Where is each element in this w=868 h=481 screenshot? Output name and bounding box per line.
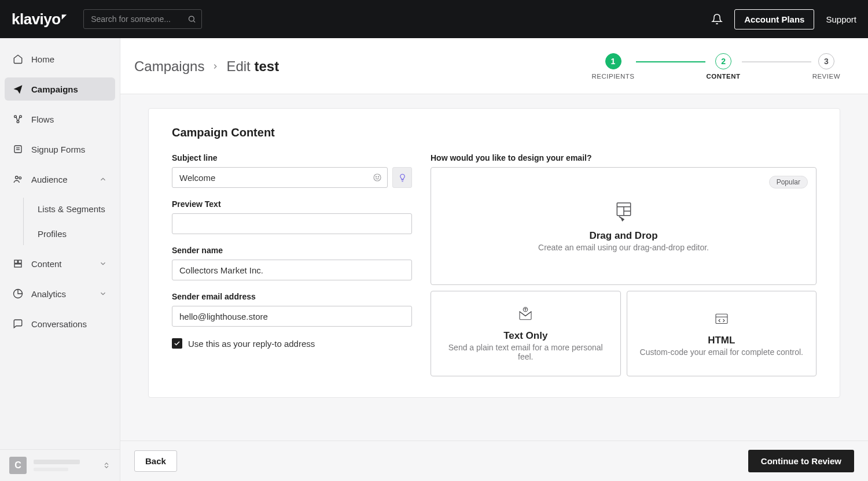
step-review[interactable]: 3 REVIEW — [812, 53, 840, 80]
search-input[interactable] — [83, 9, 202, 29]
support-link[interactable]: Support — [826, 14, 856, 24]
sender-email-field: Sender email address — [172, 292, 412, 327]
content-icon — [13, 258, 23, 269]
account-info-placeholder — [34, 460, 95, 471]
avatar: C — [9, 457, 27, 474]
subject-line-input[interactable] — [172, 167, 388, 188]
sidebar-item-analytics[interactable]: Analytics — [5, 282, 115, 305]
step-recipients[interactable]: 1 RECIPIENTS — [592, 53, 635, 80]
sidebar-item-label: Content — [31, 259, 62, 269]
sidebar-item-label: Analytics — [31, 289, 66, 299]
svg-point-13 — [374, 174, 381, 181]
chevron-right-icon — [211, 62, 219, 71]
suggestions-button[interactable] — [392, 167, 412, 188]
flows-icon — [13, 114, 23, 124]
updown-icon — [102, 460, 111, 471]
content-area: Campaign Content Subject line — [120, 94, 868, 481]
svg-rect-11 — [19, 260, 21, 263]
sidebar-item-signup-forms[interactable]: Signup Forms — [5, 138, 115, 161]
sidebar-item-audience[interactable]: Audience — [5, 168, 115, 191]
emoji-icon[interactable] — [373, 173, 382, 182]
subject-line-label: Subject line — [172, 153, 412, 162]
continue-button[interactable]: Continue to Review — [748, 450, 854, 472]
svg-rect-10 — [14, 260, 17, 263]
option-desc: Custom-code your email for complete cont… — [640, 347, 803, 357]
campaign-content-card: Campaign Content Subject line — [148, 108, 840, 398]
step-number: 2 — [715, 53, 731, 69]
svg-rect-5 — [14, 146, 21, 153]
step-content[interactable]: 2 CONTENT — [707, 53, 741, 80]
reply-to-checkbox[interactable] — [172, 338, 182, 349]
send-icon — [13, 84, 23, 94]
chevron-up-icon — [99, 175, 107, 183]
reply-to-label: Use this as your reply-to address — [188, 339, 315, 349]
breadcrumb-root[interactable]: Campaigns — [134, 58, 204, 75]
popular-badge: Popular — [769, 176, 808, 188]
sidebar-item-conversations[interactable]: Conversations — [5, 312, 115, 335]
sidebar-item-label: Flows — [31, 114, 54, 124]
logo[interactable]: klaviyo◤ — [12, 10, 66, 28]
sidebar-subitem-profiles[interactable]: Profiles — [24, 223, 115, 245]
sidebar: Home Campaigns Flows Signup Forms — [0, 38, 120, 481]
svg-point-0 — [189, 16, 194, 21]
sidebar-item-label: Audience — [31, 175, 68, 184]
option-desc: Send a plain text email for a more perso… — [443, 343, 609, 361]
option-title: HTML — [708, 335, 735, 346]
sender-email-label: Sender email address — [172, 292, 412, 301]
step-number: 1 — [605, 53, 621, 69]
sidebar-subitem-lists-segments[interactable]: Lists & Segments — [24, 198, 115, 220]
sidebar-item-flows[interactable]: Flows — [5, 108, 115, 131]
form-icon — [13, 144, 23, 154]
card-title: Campaign Content — [172, 126, 816, 139]
topbar: klaviyo◤ Account Plans Support — [0, 0, 868, 38]
chevron-down-icon — [99, 290, 107, 298]
sidebar-item-content[interactable]: Content — [5, 252, 115, 275]
design-option-drag-drop[interactable]: Popular Drag and Drop — [431, 167, 816, 285]
home-icon — [13, 54, 23, 64]
breadcrumb: Campaigns Edit test — [134, 58, 279, 75]
sender-name-label: Sender name — [172, 246, 412, 255]
sidebar-item-label: Conversations — [31, 319, 87, 329]
step-connector — [742, 61, 811, 62]
page-header: Campaigns Edit test 1 RECIPIENTS 2 CONTE… — [120, 38, 868, 94]
sender-name-input[interactable] — [172, 260, 412, 280]
sidebar-account[interactable]: C — [0, 449, 120, 481]
sidebar-item-label: Home — [31, 54, 54, 64]
chat-icon — [13, 319, 23, 329]
stepper: 1 RECIPIENTS 2 CONTENT 3 REVIEW — [592, 53, 840, 80]
sidebar-item-home[interactable]: Home — [5, 47, 115, 71]
step-label: REVIEW — [812, 73, 840, 80]
preview-text-input[interactable] — [172, 213, 412, 234]
sender-email-input[interactable] — [172, 306, 412, 327]
sidebar-item-label: Campaigns — [31, 84, 78, 94]
step-connector — [636, 61, 705, 62]
svg-point-14 — [376, 176, 376, 177]
step-label: CONTENT — [707, 73, 741, 80]
svg-point-9 — [19, 177, 21, 179]
global-search — [83, 9, 202, 29]
reply-to-checkbox-row[interactable]: Use this as your reply-to address — [172, 338, 412, 349]
notifications-icon[interactable] — [711, 13, 723, 25]
svg-rect-12 — [14, 264, 21, 267]
footer-bar: Back Continue to Review — [120, 441, 868, 481]
design-heading: How would you like to design your email? — [431, 153, 816, 162]
design-option-text-only[interactable]: Text Only Send a plain text email for a … — [431, 291, 621, 376]
sidebar-item-label: Signup Forms — [31, 145, 85, 154]
svg-rect-21 — [716, 314, 727, 323]
preview-text-field: Preview Text — [172, 199, 412, 234]
form-column: Subject line — [172, 153, 412, 376]
html-icon — [713, 310, 730, 328]
option-title: Text Only — [503, 330, 547, 342]
step-number: 3 — [818, 53, 834, 69]
back-button[interactable]: Back — [134, 450, 177, 472]
step-label: RECIPIENTS — [592, 73, 635, 80]
topbar-right: Account Plans Support — [711, 9, 856, 29]
chevron-down-icon — [99, 260, 107, 268]
sidebar-nav: Home Campaigns Flows Signup Forms — [0, 38, 120, 449]
design-column: How would you like to design your email?… — [431, 153, 816, 376]
sidebar-item-campaigns[interactable]: Campaigns — [5, 77, 115, 101]
text-only-icon — [517, 306, 534, 323]
design-option-html[interactable]: HTML Custom-code your email for complete… — [627, 291, 817, 376]
account-plans-button[interactable]: Account Plans — [734, 9, 814, 29]
lightbulb-icon — [398, 173, 407, 182]
